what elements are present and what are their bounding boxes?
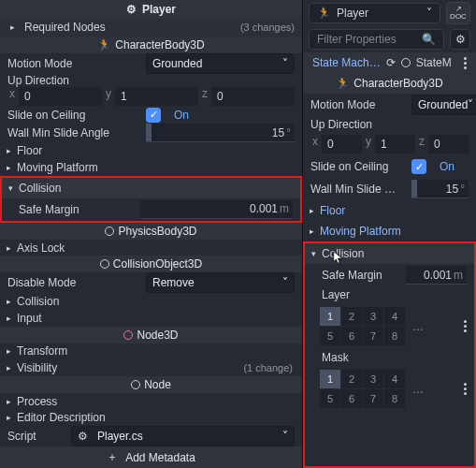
class-characterbody3d-label: CharacterBody3D [115, 38, 204, 51]
wall-min-slide-field[interactable]: 15 ° [146, 124, 295, 142]
required-nodes-row[interactable]: ▸ Required Nodes (3 changes) [0, 18, 302, 36]
up-dir-x-field[interactable]: 0 [322, 135, 362, 154]
filter-row: Filter Properties 🔍 ⚙ [303, 26, 476, 52]
slide-on-ceiling-checkbox[interactable]: ✓ [146, 108, 161, 123]
layer-more-icon[interactable]: … [412, 320, 424, 333]
layer-cell-8[interactable]: 8 [384, 327, 405, 345]
chevron-right-icon: ▸ [4, 297, 13, 306]
floor-expander[interactable]: ▸ Floor [0, 142, 302, 159]
motion-mode-label: Motion Mode [310, 98, 404, 111]
mask-cell-8[interactable]: 8 [384, 389, 405, 408]
process-expander[interactable]: ▸ Process [0, 393, 302, 410]
revert-icon[interactable]: ⟳ [386, 56, 396, 69]
safe-margin-field[interactable]: 0.001 m [406, 266, 467, 285]
class-characterbody3d-section[interactable]: 🏃 CharacterBody3D [0, 37, 302, 53]
script-row: Script ⚙ Player.cs ˅ [0, 426, 302, 446]
mask-label: Mask [322, 351, 349, 364]
class-characterbody3d-section-right[interactable]: 🏃 CharacterBody3D [303, 73, 476, 94]
node-selector[interactable]: 🏃 Player ˅ [309, 3, 440, 23]
mask-cell-6[interactable]: 6 [341, 389, 362, 408]
collision2-expander[interactable]: ▸ Collision [0, 293, 302, 310]
safe-margin-label: Safe Margin [19, 203, 133, 216]
motion-mode-value: Grounded [152, 57, 202, 70]
chevron-right-icon: ▸ [307, 227, 316, 236]
settings-button[interactable]: ⚙ [450, 29, 470, 50]
breadcrumb-statem: StateM [416, 56, 452, 69]
safe-margin-field[interactable]: 0.001 m [140, 200, 293, 219]
collision-layer-grid[interactable]: 1 2 3 4 5 6 7 8 [320, 307, 405, 345]
collision-expander-right[interactable]: ▾ Collision [305, 243, 474, 264]
chevron-right-icon: ▸ [4, 146, 13, 155]
script-value: Player.cs [97, 430, 143, 443]
up-direction-vec-row: x 0 y 1 z 0 [0, 87, 302, 106]
moving-platform-expander-right[interactable]: ▸ Moving Platform [303, 221, 476, 241]
disable-mode-value: Remove [152, 276, 195, 289]
axis-y-label: y [104, 87, 113, 106]
input-expander[interactable]: ▸ Input [0, 310, 302, 327]
mask-kebab-menu[interactable] [464, 383, 467, 395]
slide-on-ceiling-checkbox[interactable]: ✓ [411, 159, 426, 174]
up-dir-z-field[interactable]: 0 [211, 87, 295, 106]
class-node-label: Node [144, 378, 171, 391]
add-metadata-button[interactable]: ＋ Add Metadata [0, 446, 302, 468]
transform-label: Transform [17, 344, 67, 358]
inspector-right-panel: 🏃 Player ˅ ↗ DOC Filter Properties 🔍 ⚙ S… [303, 0, 476, 468]
up-dir-y-field[interactable]: 1 [115, 87, 198, 106]
breadcrumb-state-machine[interactable]: State Mach… [312, 56, 381, 69]
wall-min-slide-field[interactable]: 15 ° [411, 180, 469, 198]
sliders-icon: ⚙ [455, 33, 466, 46]
editor-description-expander[interactable]: ▸ Editor Description [0, 410, 302, 427]
up-dir-z-field[interactable]: 0 [428, 135, 469, 154]
class-ring-icon [123, 330, 133, 340]
class-ring-icon [100, 259, 109, 269]
mask-cell-1[interactable]: 1 [320, 370, 340, 388]
kebab-menu[interactable] [464, 57, 467, 69]
class-node3d-section[interactable]: Node3D [0, 327, 302, 344]
class-collisionobject3d-section[interactable]: CollisionObject3D [0, 256, 302, 272]
disable-mode-select[interactable]: Remove ˅ [146, 272, 295, 293]
mask-cell-4[interactable]: 4 [384, 370, 405, 388]
script-field[interactable]: ⚙ Player.cs ˅ [71, 426, 295, 446]
chevron-right-icon: ▸ [4, 363, 13, 373]
axis-lock-expander[interactable]: ▸ Axis Lock [0, 240, 302, 256]
class-physicsbody3d-section[interactable]: PhysicsBody3D [0, 223, 302, 240]
chevron-down-icon: ˅ [426, 7, 432, 20]
layer-cell-1[interactable]: 1 [320, 307, 340, 326]
motion-mode-select[interactable]: Grounded ˅ [411, 95, 476, 115]
disable-mode-label: Disable Mode [7, 276, 138, 289]
collision-mask-grid[interactable]: 1 2 3 4 5 6 7 8 [320, 370, 405, 408]
doc-button[interactable]: ↗ DOC [446, 2, 470, 24]
mask-grid-row: 1 2 3 4 5 6 7 8 … [305, 366, 474, 412]
chevron-down-icon: ˅ [468, 98, 473, 111]
layer-cell-2[interactable]: 2 [341, 307, 362, 326]
wall-min-slide-row-right: Wall Min Slide … 15 ° [303, 178, 476, 200]
mask-cell-2[interactable]: 2 [341, 370, 362, 388]
layer-cell-4[interactable]: 4 [384, 307, 405, 326]
layer-cell-3[interactable]: 3 [363, 307, 383, 326]
mask-cell-3[interactable]: 3 [363, 370, 383, 388]
layer-cell-6[interactable]: 6 [341, 327, 362, 345]
floor-expander-right[interactable]: ▸ Floor [303, 200, 476, 221]
visibility-expander[interactable]: ▸ Visibility (1 change) [0, 359, 302, 376]
layer-kebab-menu[interactable] [464, 320, 467, 332]
up-direction-vector: x 0 y 1 z 0 [310, 135, 469, 154]
up-dir-y-field[interactable]: 1 [375, 135, 415, 154]
layer-cell-5[interactable]: 5 [320, 327, 340, 345]
chevron-down-icon: ˅ [282, 430, 288, 443]
collision-expander[interactable]: ▾ Collision [2, 178, 300, 198]
filter-input[interactable]: Filter Properties 🔍 [309, 29, 444, 50]
visibility-label: Visibility [17, 361, 239, 374]
layer-label-row: Layer [305, 286, 474, 303]
mask-cell-5[interactable]: 5 [320, 389, 340, 408]
layer-cell-7[interactable]: 7 [363, 327, 383, 345]
up-dir-x-field[interactable]: 0 [19, 87, 102, 106]
mask-more-icon[interactable]: … [412, 383, 424, 396]
motion-mode-select[interactable]: Grounded ˅ [146, 53, 295, 74]
mask-cell-7[interactable]: 7 [363, 389, 383, 408]
transform-expander[interactable]: ▸ Transform [0, 344, 302, 360]
slide-on-ceiling-value: On [440, 160, 454, 173]
moving-platform-label: Moving Platform [320, 225, 401, 238]
class-node-section[interactable]: Node [0, 376, 302, 393]
doc-label: DOC [450, 13, 467, 21]
moving-platform-expander[interactable]: ▸ Moving Platform [0, 159, 302, 176]
